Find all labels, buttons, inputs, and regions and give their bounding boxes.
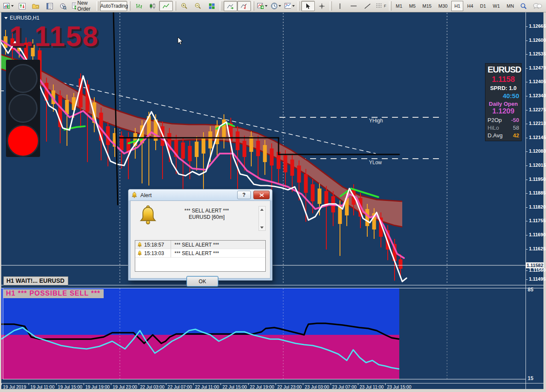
price-tick [526, 193, 528, 194]
price-axis[interactable]: 1.126651.126001.125351.124701.124051.123… [526, 12, 544, 389]
price-tick [526, 279, 528, 280]
indicator-scale-bottom: 15 [528, 375, 533, 381]
price-axis-label: 1.11495 [529, 276, 546, 282]
tile-windows-button[interactable] [205, 1, 218, 11]
column-divider [171, 241, 171, 249]
time-axis[interactable]: 19 Jul 201919 Jul 11:0019 Jul 15:0019 Ju… [1, 383, 543, 389]
timeframe-button-mn[interactable]: MN [504, 1, 517, 11]
help-button[interactable]: ? [237, 191, 251, 199]
zoom-in-button[interactable] [177, 1, 191, 11]
indicator-scale-top: 85 [528, 287, 533, 293]
template-button[interactable] [283, 1, 296, 11]
alert-message: *** SELL ALERT *** EURUSD [60m] [164, 208, 250, 221]
candlestick-button[interactable] [145, 1, 159, 11]
price-axis-label: 1.11755 [529, 218, 546, 223]
time-tick [385, 383, 386, 385]
alert-history-list[interactable]: 15:18:57*** SELL ALERT ***15:13:03*** SE… [135, 240, 266, 272]
time-axis-label: 23 Jul 11:00 [360, 384, 383, 389]
panel-divider[interactable] [1, 285, 543, 285]
price-tick [526, 249, 528, 250]
periods-button[interactable] [269, 1, 283, 11]
autotrading-button[interactable]: AutoTrading [100, 1, 127, 11]
stat-value: -50 [511, 117, 519, 123]
zoom-out-button[interactable] [191, 1, 205, 11]
symbol-info-panel: EURUSD 1.1158 SPRD: 1.0 40:50 Daily Open… [485, 63, 522, 141]
fibonacci-button[interactable]: F [374, 1, 388, 11]
timeframe-button-d1[interactable]: D1 [477, 1, 489, 11]
alert-row[interactable]: 15:18:57*** SELL ALERT *** [135, 241, 265, 249]
templates-folder-button[interactable] [29, 1, 43, 11]
chat-button[interactable] [531, 1, 544, 11]
arrow-down-icon [260, 226, 264, 229]
time-axis-label: 19 Jul 23:00 [113, 384, 137, 389]
alert-dialog-titlebar[interactable]: Alert ? [128, 189, 272, 200]
price-tick [526, 166, 528, 166]
time-tick [111, 383, 111, 385]
new-order-button[interactable]: New Order [70, 1, 95, 11]
alert-text: *** SELL ALERT *** [174, 242, 219, 248]
timeframe-button-w1[interactable]: W1 [490, 1, 503, 11]
price-tick [526, 82, 528, 82]
trendline-button[interactable] [360, 1, 374, 11]
scroll-down-button[interactable] [259, 224, 264, 230]
alert-row[interactable]: 15:13:03*** SELL ALERT *** [135, 249, 265, 258]
toolbar: New Order AutoTrading [0, 0, 546, 12]
time-tick [221, 383, 221, 385]
indicator-canvas[interactable] [1, 288, 526, 383]
chart-symbol-label: EURUSD,H1 [4, 15, 39, 21]
time-axis-label: 22 Jul 19:00 [250, 384, 274, 389]
info-daily-open-label: Daily Open [488, 101, 519, 107]
info-stat-row: P2Op-50 [488, 117, 519, 123]
stat-label: D.Avg [488, 132, 502, 139]
info-price: 1.1158 [488, 75, 519, 84]
stat-value: 58 [513, 125, 519, 131]
info-stat-row: D.Avg42 [488, 132, 519, 139]
auto-scroll-button[interactable] [224, 1, 237, 11]
market-watch-button[interactable] [43, 1, 56, 11]
line-chart-button[interactable] [159, 1, 173, 11]
timeframe-button-m5[interactable]: M5 [406, 1, 418, 11]
time-tick [276, 383, 276, 385]
indicators-button[interactable] [256, 1, 269, 11]
profiles-button[interactable] [15, 1, 29, 11]
price-tick [526, 221, 528, 221]
price-axis-label: 1.12275 [529, 107, 546, 112]
price-axis-label: 1.12080 [529, 148, 546, 154]
toolbar-separator [128, 1, 131, 11]
close-button[interactable] [253, 191, 270, 199]
dropdown-arrow-icon [279, 5, 281, 7]
info-stat-row: HiLo58 [488, 125, 519, 131]
scroll-up-button[interactable] [259, 206, 264, 212]
traffic-light-middle-off [9, 94, 38, 123]
ok-button[interactable]: OK [186, 276, 218, 287]
alert-dialog-title: Alert [140, 192, 235, 198]
timeframe-button-m15[interactable]: M15 [419, 1, 434, 11]
price-tick [526, 68, 528, 69]
bar-chart-button[interactable] [132, 1, 145, 11]
time-axis-label: 19 Jul 2019 [3, 384, 26, 389]
timeframe-button-m1[interactable]: M1 [393, 1, 405, 11]
price-axis-label: 1.11885 [529, 190, 546, 195]
message-scrollbar[interactable] [258, 206, 266, 231]
time-axis-label: 22 Jul 23:00 [277, 384, 302, 389]
crosshair-button[interactable] [315, 1, 328, 11]
alert-message-line1: *** SELL ALERT *** [164, 208, 250, 214]
traffic-light-indicator [6, 60, 40, 157]
search-button[interactable] [517, 1, 531, 11]
time-axis-label: 23 Jul 03:00 [305, 384, 329, 389]
stat-label: HiLo [488, 125, 499, 131]
timeframe-button-h1[interactable]: H1 [451, 1, 463, 11]
time-tick [193, 383, 194, 385]
timeframe-button-m30[interactable]: M30 [436, 1, 450, 11]
chart-shift-button[interactable] [237, 1, 251, 11]
new-chart-button[interactable] [2, 1, 15, 11]
vertical-line-button[interactable] [333, 1, 347, 11]
close-icon [259, 193, 264, 197]
time-tick [248, 383, 249, 385]
timeframe-button-h4[interactable]: H4 [464, 1, 476, 11]
chevron-down-icon[interactable] [4, 17, 8, 19]
strategy-tester-button[interactable] [56, 1, 70, 11]
cursor-button[interactable] [301, 1, 315, 11]
horizontal-line-button[interactable] [347, 1, 360, 11]
time-axis-label: 19 Jul 11:00 [30, 384, 54, 389]
